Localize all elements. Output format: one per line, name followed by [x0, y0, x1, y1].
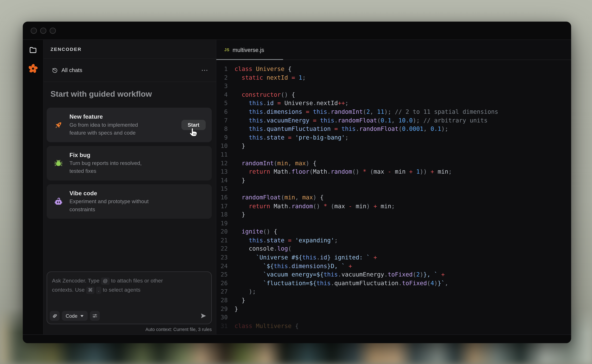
line-number: 28 [216, 296, 228, 305]
line-number: 7 [216, 116, 228, 125]
line-number: 1 [216, 65, 228, 73]
line-number: 23 [216, 253, 228, 262]
line-number: 13 [216, 168, 228, 176]
line-number: 27 [216, 287, 228, 296]
minimize-window-button[interactable] [40, 27, 46, 33]
all-chats-label: All chats [61, 67, 82, 73]
line-number: 14 [216, 176, 228, 185]
line-number: 29 [216, 305, 228, 313]
code-line: 21 this.state = 'expanding'; [216, 236, 571, 245]
code-line: 9 this.state = 'pre-big-bang'; [216, 133, 571, 142]
auto-context-status: Auto context: Current file, 3 rules [146, 327, 212, 332]
line-number: 26 [216, 279, 228, 287]
line-number: 21 [216, 236, 228, 245]
line-number: 19 [216, 219, 228, 228]
line-number: 9 [216, 133, 228, 142]
code-line: 7 this.vacuumEnergy = this.randomFloat(0… [216, 116, 571, 125]
send-icon [200, 312, 207, 319]
code-line: 2 static nextId = 1; [216, 73, 571, 82]
tab-multiverse-js[interactable]: JS multiverse.js [216, 40, 283, 59]
chat-input-placeholder: Ask Zencoder. Type @ to attach files or … [47, 272, 211, 299]
code-line: 23 `Universe #${this.id} ignited: ` + [216, 253, 571, 262]
window-bottom-bar [23, 334, 571, 343]
chevron-down-icon [80, 315, 84, 317]
line-number: 5 [216, 99, 228, 108]
code-line: 8 this.quantumFluctuation = this.randomF… [216, 125, 571, 133]
mode-label: Code [66, 313, 78, 319]
line-number: 25 [216, 271, 228, 279]
javascript-file-icon: JS [224, 47, 229, 52]
guided-workflow-heading: Start with guided workflow [50, 89, 212, 99]
editor-tabbar: JS multiverse.js [216, 40, 571, 60]
line-number: 18 [216, 210, 228, 219]
card-title: New feature [69, 113, 103, 120]
code-line: 3 [216, 82, 571, 91]
line-number: 30 [216, 313, 228, 322]
window-body: ZENCODER All chats ··· Start with guided… [23, 40, 571, 334]
at-key-chip: @ [101, 278, 110, 285]
sidebar: ZENCODER All chats ··· Start with guided… [44, 40, 216, 334]
close-window-button[interactable] [31, 27, 37, 33]
sidebar-header: ZENCODER [44, 40, 216, 59]
code-line: 31class Multiverse { [216, 322, 571, 330]
attach-file-button[interactable] [50, 311, 60, 321]
code-line: 6 this.dimensions = this.randomInt(2, 11… [216, 108, 571, 116]
code-editor[interactable]: 1class Universe {2 static nextId = 1;34 … [216, 65, 571, 330]
code-line: 12 randomInt(min, max) { [216, 159, 571, 168]
chats-menu-button[interactable]: ··· [201, 67, 208, 73]
card-vibe-code[interactable]: Vibe code Experiment and prototype witho… [47, 184, 212, 219]
line-number: 24 [216, 262, 228, 271]
files-rail-button[interactable] [29, 46, 37, 54]
cmd-key-chip: ⌘ [86, 286, 95, 294]
line-number: 31 [216, 322, 228, 330]
settings-sliders-button[interactable] [90, 311, 100, 321]
code-line: 30 [216, 313, 571, 322]
line-number: 16 [216, 193, 228, 202]
code-line: 14 } [216, 176, 571, 185]
line-number: 10 [216, 142, 228, 150]
card-description: Turn bug reports into resolved, tested f… [69, 159, 206, 175]
zoom-window-button[interactable] [50, 27, 56, 33]
line-number: 4 [216, 91, 228, 99]
line-number: 12 [216, 159, 228, 168]
code-line: 10 } [216, 142, 571, 150]
send-button[interactable] [200, 312, 207, 319]
line-number: 3 [216, 82, 228, 91]
activity-rail [23, 40, 44, 334]
code-line: 11 [216, 150, 571, 159]
code-line: 22 console.log( [216, 245, 571, 253]
code-line: 1class Universe { [216, 65, 571, 73]
screen: ZENCODER All chats ··· Start with guided… [0, 0, 592, 364]
code-line: 17 return Math.random() * (max - min) + … [216, 202, 571, 210]
sliders-icon [92, 313, 98, 319]
code-line: 24 `${this.dimensions}D, ` + [216, 262, 571, 271]
line-number: 8 [216, 125, 228, 133]
card-description: Experiment and prototype without constra… [69, 197, 206, 214]
pointer-hand-cursor [187, 127, 198, 138]
code-line: 13 return Math.floor(Math.random() * (ma… [216, 168, 571, 176]
code-line: 28 } [216, 296, 571, 305]
all-chats-row[interactable]: All chats ··· [44, 59, 216, 82]
card-new-feature[interactable]: New feature Go from idea to implemented … [47, 108, 212, 142]
code-editor-pane: JS multiverse.js 1class Universe {2 stat… [216, 40, 571, 334]
chat-input[interactable]: Ask Zencoder. Type @ to attach files or … [47, 271, 212, 324]
card-title: Vibe code [69, 190, 97, 196]
zencoder-logo-icon [28, 64, 38, 73]
line-number: 6 [216, 108, 228, 116]
line-number: 20 [216, 228, 228, 236]
zencoder-rail-button[interactable] [28, 64, 38, 73]
code-line: 25 `vacuum energy=${this.vacuumEnergy.to… [216, 271, 571, 279]
sidebar-content: Start with guided workflow [44, 82, 216, 334]
history-clock-icon [52, 67, 58, 73]
card-fix-bug[interactable]: Fix bug Turn bug reports into resolved, … [47, 146, 212, 180]
code-line: 5 this.id = Universe.nextId++; [216, 99, 571, 108]
line-number: 2 [216, 73, 228, 82]
mode-dropdown[interactable]: Code [62, 311, 88, 321]
line-number: 15 [216, 185, 228, 193]
code-line: 15 [216, 185, 571, 193]
bug-icon [53, 158, 63, 168]
card-description: Go from idea to implemented feature with… [69, 121, 181, 137]
composer-toolbar: Code [50, 311, 207, 321]
rocket-icon [53, 120, 63, 130]
code-line: 18 } [216, 210, 571, 219]
